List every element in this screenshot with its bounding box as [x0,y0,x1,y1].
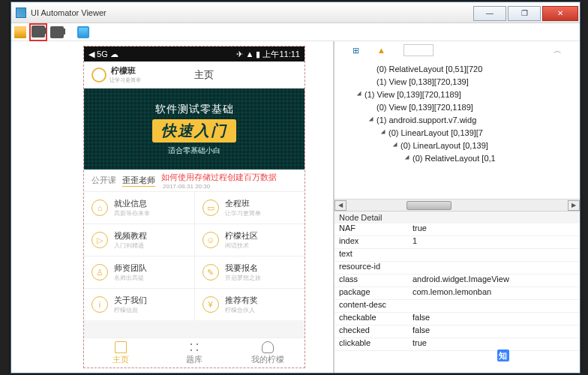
scroll-thumb[interactable] [406,201,452,210]
feature-grid: ⌂就业信息高新等你来拿▭全程班让学习更简单▷视频教程入门到精通☺柠檬社区闲话技术… [84,192,304,320]
maximize-button[interactable]: ❐ [508,6,541,21]
property-row[interactable]: checkedfalse [334,326,580,338]
tree-hscrollbar[interactable]: ◀ ▶ [334,199,580,211]
tree-label: (0) View [0,139][720,1189] [376,103,473,112]
property-value [410,262,580,274]
property-row[interactable]: content-desc [334,300,580,313]
property-row[interactable]: packagecom.lemon.lemonban [334,287,580,300]
tree-expander-icon[interactable] [405,154,411,160]
status-left: ◀ 5G ☁ [88,50,118,59]
tree-row[interactable]: (0) RelativeLayout [0,1 [340,152,574,164]
hero-banner[interactable]: 软件测试零基础 快速入门 适合零基础小白 [84,88,304,170]
tree-label: (0) LinearLayout [0,139] [400,141,488,150]
feature-icon: ✎ [202,264,219,280]
tree-row[interactable]: (0) RelativeLayout [0,51][720 [340,62,574,75]
feature-icon: i [92,296,108,313]
open-icon[interactable] [14,26,26,38]
warning-icon[interactable]: ▲ [377,46,386,55]
feature-title: 我要报名 [225,262,261,274]
tree-row[interactable]: (0) LinearLayout [0,139][7 [340,126,574,139]
tree-toolbar: ⊞ ▲ ︿ [334,41,580,59]
feature-cell-2[interactable]: ▷视频教程入门到精通 [84,224,194,256]
save-icon[interactable] [77,26,89,38]
nav-0[interactable]: 主页 [84,338,158,368]
property-key: class [334,274,410,286]
feature-cell-5[interactable]: ✎我要报名开启梦想之旅 [195,256,305,288]
tree-row[interactable]: (1) android.support.v7.widg [340,113,574,126]
watermark: 知 知乎 @柠檬班 [497,350,566,362]
tree-row[interactable]: (0) LinearLayout [0,139] [340,139,574,152]
tree-expander-icon[interactable] [357,91,363,97]
nav-label: 我的柠檬 [251,354,284,365]
scroll-right-icon[interactable]: ▶ [568,200,580,211]
scroll-left-icon[interactable]: ◀ [334,200,346,211]
feature-sub: 柠檬信息 [114,306,147,314]
close-button[interactable]: ✕ [542,6,578,21]
feature-sub: 入门到精通 [114,242,147,250]
property-value: com.lemon.lemonban [410,287,580,299]
feature-cell-4[interactable]: ♙师资团队名师出高徒 [84,256,194,288]
tree-label: (0) RelativeLayout [0,51][720 [376,64,482,74]
expand-all-icon[interactable]: ⊞ [352,46,359,56]
nav-1[interactable]: 题库 [158,338,231,368]
feature-cell-0[interactable]: ⌂就业信息高新等你来拿 [84,192,194,224]
lemon-logo-icon [92,68,106,82]
tree-label: (1) android.support.v7.widg [376,116,476,124]
feature-title: 柠檬社区 [225,230,258,242]
hierarchy-tree[interactable]: (0) RelativeLayout [0,51][720(1) View [0… [334,59,580,199]
property-value [410,249,580,261]
property-row[interactable]: NAFtrue [334,224,580,236]
device-screenshot-compressed-icon[interactable] [50,26,64,38]
property-key: NAF [334,224,410,236]
nav-icon [188,341,200,353]
bottom-nav: 主页题库我的柠檬 [84,338,304,368]
feature-title: 全程班 [225,198,261,209]
tree-expander-icon[interactable] [393,142,399,148]
notice-bar[interactable]: 公开课 歪歪老师 如何使用存储过程创建百万数据 2017-08-31 20:30 [84,170,304,192]
node-detail-panel: Node Detail NAFtrueindex1textresource-id… [334,211,580,373]
nav-label: 题库 [186,354,202,365]
device-screenshot-icon[interactable] [32,26,45,38]
feature-sub: 闲话技术 [225,242,258,250]
collapse-icon[interactable]: ︿ [554,45,562,56]
tree-label: (1) View [0,139][720,1189] [364,90,461,99]
tree-label: (0) RelativeLayout [0,1 [412,154,496,163]
tree-label: (0) LinearLayout [0,139][7 [388,128,483,137]
property-key: text [334,249,410,261]
property-row[interactable]: index1 [334,236,580,249]
titlebar[interactable]: UI Automator Viewer — ❐ ✕ [11,2,580,23]
tree-row[interactable]: (0) View [0,139][720,1189] [340,100,574,113]
tree-row[interactable]: (1) View [0,139][720,1189] [340,88,574,100]
feature-sub: 高新等你来拿 [114,209,150,218]
android-statusbar: ◀ 5G ☁ ✈ ▲ ▮ 上午11:11 [84,46,304,62]
inspector-pane: ⊞ ▲ ︿ (0) RelativeLayout [0,51][720(1) V… [334,41,580,373]
feature-title: 视频教程 [114,230,147,242]
device-preview: ◀ 5G ☁ ✈ ▲ ▮ 上午11:11 柠檬班 让学习更简单 主页 软件测试零… [83,46,305,368]
property-row[interactable]: classandroid.widget.ImageView [334,274,580,287]
feature-sub: 名师出高徒 [114,274,147,282]
minimize-button[interactable]: — [473,6,506,21]
nav-icon [115,341,127,353]
property-value: 1 [410,236,580,248]
property-value: android.widget.ImageView [410,274,580,286]
nav-label: 主页 [112,354,129,365]
tree-row[interactable]: (1) View [0,138][720,139] [340,75,574,88]
screenshot-pane[interactable]: ◀ 5G ☁ ✈ ▲ ▮ 上午11:11 柠檬班 让学习更简单 主页 软件测试零… [11,41,334,373]
tree-expander-icon[interactable] [369,116,375,122]
search-input[interactable] [404,44,434,56]
property-row[interactable]: text [334,249,580,262]
property-row[interactable]: checkablefalse [334,313,580,326]
feature-icon: ▷ [92,232,108,248]
feature-cell-6[interactable]: i关于我们柠檬信息 [84,289,194,320]
feature-cell-1[interactable]: ▭全程班让学习更简单 [195,192,305,224]
notice-tab2: 歪歪老师 [122,175,155,187]
feature-cell-3[interactable]: ☺柠檬社区闲话技术 [195,224,305,256]
property-value [410,300,580,312]
banner-line2: 快速入门 [152,119,236,142]
toolbar [11,23,580,41]
property-row[interactable]: resource-id [334,262,580,274]
tree-expander-icon[interactable] [381,129,387,135]
notice-headline: 如何使用存储过程创建百万数据 [161,172,277,183]
nav-2[interactable]: 我的柠檬 [231,338,304,368]
feature-cell-7[interactable]: ¥推荐有奖柠檬合伙人 [195,289,305,320]
